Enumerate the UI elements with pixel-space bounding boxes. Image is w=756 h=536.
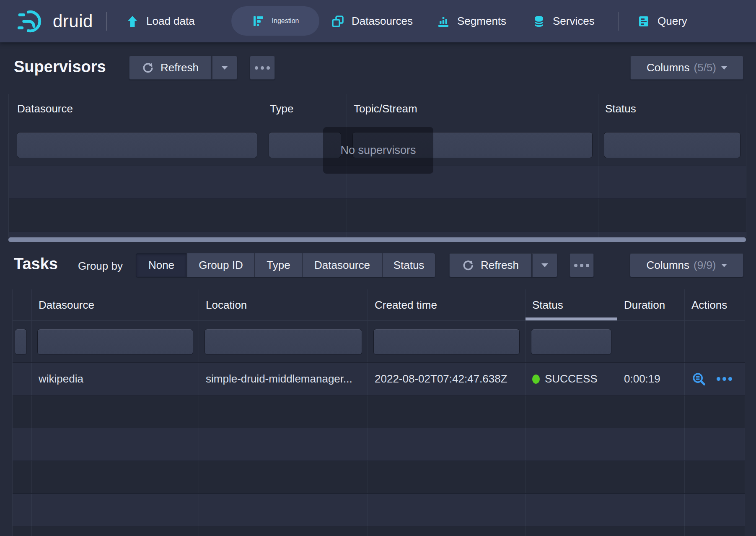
no-supervisors-overlay: No supervisors (323, 127, 433, 174)
supervisors-header-topic-stream[interactable]: Topic/Stream (347, 94, 598, 124)
task-detail-magnifier-icon[interactable] (691, 372, 707, 387)
supervisors-refresh-button[interactable]: Refresh (129, 56, 211, 80)
group-by-datasource-button[interactable]: Datasource (302, 253, 382, 277)
success-status-dot-icon (532, 375, 540, 384)
more-icon (574, 264, 589, 267)
nav-divider (106, 12, 107, 31)
supervisors-table: Datasource Type Topic/Stream Status No s… (8, 94, 746, 237)
group-by-segmented-control: None Group ID Type Datasource Status (136, 253, 435, 277)
supervisors-header-type[interactable]: Type (263, 94, 347, 124)
supervisors-columns-count: (5/5) (694, 61, 716, 74)
task-duration-cell: 0:00:19 (617, 363, 685, 395)
supervisors-refresh-group: Refresh (129, 56, 237, 80)
nav-divider (618, 12, 619, 31)
refresh-icon (142, 62, 154, 74)
tasks-header-created-time[interactable]: Created time (368, 289, 526, 321)
query-icon (637, 15, 650, 28)
supervisors-header-datasource[interactable]: Datasource (9, 94, 263, 124)
group-by-type-button[interactable]: Type (254, 253, 302, 277)
tasks-refresh-button[interactable]: Refresh (449, 253, 531, 277)
tasks-header-row: Datasource Location Created time Status … (13, 289, 745, 321)
caret-down-icon (721, 264, 727, 267)
tasks-datasource-filter-input[interactable] (38, 329, 193, 354)
nav-item-ingestion-active[interactable]: Ingestion (231, 6, 319, 36)
supervisors-datasource-filter-input[interactable] (17, 133, 257, 158)
task-actions-more-icon[interactable] (717, 377, 732, 381)
supervisors-title: Supervisors (14, 58, 106, 76)
datasources-icon (331, 15, 344, 28)
task-location-cell: simple-druid-middlemanager... (199, 363, 368, 395)
druid-logo[interactable]: druid (18, 0, 93, 42)
more-icon (255, 66, 270, 70)
group-by-label: Group by (78, 260, 123, 273)
tasks-filter-row (13, 321, 745, 363)
druid-logo-icon (18, 8, 47, 34)
tasks-header-actions[interactable]: Actions (685, 289, 745, 321)
nav-item-services[interactable]: Services (532, 0, 595, 42)
task-datasource-cell: wikipedia (32, 363, 199, 395)
supervisors-horizontal-scrollbar[interactable] (8, 237, 746, 242)
tasks-empty-row (13, 494, 745, 526)
nav-item-load-data[interactable]: Load data (126, 0, 195, 42)
tasks-task-id-filter-input[interactable] (15, 329, 26, 354)
nav-item-datasources[interactable]: Datasources (331, 0, 413, 42)
no-supervisors-message: No supervisors (340, 144, 416, 157)
tasks-header-duration[interactable]: Duration (617, 289, 685, 321)
group-by-status-button[interactable]: Status (382, 253, 435, 277)
tasks-status-filter-input[interactable] (531, 329, 611, 354)
upload-icon (126, 15, 139, 28)
tasks-columns-count: (9/9) (694, 259, 716, 272)
task-actions-cell (685, 363, 745, 395)
ingestion-icon (252, 14, 265, 28)
services-icon (532, 15, 546, 28)
nav-item-segments[interactable]: Segments (437, 0, 506, 42)
tasks-title: Tasks (14, 255, 58, 273)
druid-console: druid Load data Ingestion (0, 0, 756, 536)
group-by-none-button[interactable]: None (136, 253, 186, 277)
supervisors-columns-button[interactable]: Columns (5/5) (630, 56, 743, 80)
tasks-header-datasource[interactable]: Datasource (32, 289, 199, 321)
tasks-table: Datasource Location Created time Status … (12, 289, 745, 536)
tasks-more-button[interactable] (570, 253, 594, 277)
tasks-empty-row (13, 526, 745, 536)
supervisors-empty-row (9, 199, 746, 232)
segments-icon (437, 15, 450, 28)
tasks-empty-row (13, 461, 745, 494)
tasks-header-location[interactable]: Location (199, 289, 368, 321)
tasks-created-time-filter-input[interactable] (374, 329, 519, 354)
tasks-refresh-group: Refresh (449, 253, 557, 277)
tasks-header-status[interactable]: Status (526, 289, 617, 321)
caret-down-icon (721, 66, 727, 70)
supervisors-more-button[interactable] (250, 56, 275, 80)
supervisors-status-filter-input[interactable] (604, 133, 740, 158)
nav-item-query[interactable]: Query (637, 0, 687, 42)
supervisors-header-row: Datasource Type Topic/Stream Status (9, 94, 746, 124)
tasks-empty-row (13, 428, 745, 461)
tasks-header-task-id-clipped[interactable] (13, 289, 32, 321)
task-status-cell: SUCCESS (526, 363, 617, 395)
task-created-time-cell: 2022-08-02T07:42:47.638Z (368, 363, 526, 395)
caret-down-icon (221, 66, 228, 70)
supervisors-refresh-caret-button[interactable] (211, 56, 237, 80)
task-row-wikipedia[interactable]: wikipedia simple-druid-middlemanager... … (13, 363, 745, 395)
status-sort-indicator (526, 317, 617, 320)
top-navbar: druid Load data Ingestion (0, 0, 756, 42)
druid-wordmark: druid (53, 11, 93, 31)
tasks-empty-row (13, 395, 745, 428)
supervisors-empty-row (9, 232, 746, 237)
refresh-icon (462, 259, 474, 272)
caret-down-icon (541, 263, 548, 267)
tasks-location-filter-input[interactable] (205, 329, 362, 354)
group-by-group-id-button[interactable]: Group ID (186, 253, 254, 277)
supervisors-header-status[interactable]: Status (598, 94, 746, 124)
tasks-columns-button[interactable]: Columns (9/9) (630, 253, 743, 277)
tasks-refresh-caret-button[interactable] (531, 253, 557, 277)
